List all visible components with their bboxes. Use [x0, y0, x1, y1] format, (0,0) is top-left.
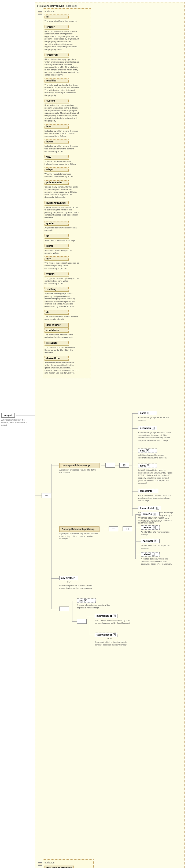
expand-icon[interactable]: +	[154, 490, 156, 492]
elem-definition: definition+	[138, 426, 157, 430]
root-element-desc: An important topic of the content; what …	[1, 419, 28, 427]
attr-desc: Why the metadata has been included - exp…	[44, 160, 79, 165]
elem-desc: An identifier of a concept with equivale…	[141, 517, 176, 522]
attributes-container-ranking: attributes grp: rankingAttributes rank I…	[43, 859, 93, 868]
extension-header: Flex1ConceptPropType (extension)	[37, 5, 182, 7]
choice-crg	[122, 526, 132, 531]
elem-narrower: narrower+	[141, 539, 159, 543]
conn	[72, 621, 77, 622]
sequence-compositor-main	[42, 493, 51, 498]
expand-icon[interactable]: +	[152, 427, 155, 429]
attr-creator: creator	[44, 25, 69, 30]
attr-custom: custom	[44, 99, 69, 103]
attr-desc: A free-text value assigned as property v…	[44, 249, 79, 254]
elem-desc: Additional natural language information …	[138, 454, 173, 459]
conn	[51, 464, 51, 609]
conn	[51, 578, 59, 579]
attr-pubconstrainturi: pubconstrainturi	[44, 201, 69, 206]
attr-desc: If the attribute is empty, specifies whi…	[44, 58, 79, 76]
attr-whyuri: whyuri	[44, 167, 69, 172]
attr-literal: literal	[44, 244, 69, 249]
conn	[136, 555, 141, 555]
attr-desc: The relevance of the metadata to the new…	[44, 346, 79, 354]
card-facet: 0..∞	[108, 638, 112, 640]
card-any-other: 0..∞	[67, 581, 71, 583]
compositor-crg1	[109, 526, 118, 531]
attr-why: why	[44, 155, 69, 160]
expand-icon[interactable]: +	[156, 507, 159, 509]
expand-icon[interactable]: +	[153, 526, 156, 529]
attr-desc: If the property value is not defined, sp…	[44, 30, 79, 51]
attr-desc: The local identifier of the property.	[44, 20, 79, 23]
elem-bag: bag+	[77, 598, 96, 603]
attributes-label: attributes	[44, 10, 89, 13]
expand-icon[interactable]: +	[154, 539, 157, 542]
sequence-bag	[59, 607, 69, 611]
elem-facet-concept: facetConcept+	[95, 632, 117, 637]
elem-any-other-desc: Extension point for provider-defined pro…	[59, 584, 94, 589]
attr-desc: The directionality of textual content (e…	[44, 315, 79, 320]
elem-main-concept: mainConcept+	[95, 614, 117, 618]
elem-desc: A natural language definition of the sem…	[138, 431, 173, 441]
elem-remoteinfo: remoteInfo+	[138, 489, 158, 493]
attr-desc: One or many constraints that apply to pu…	[44, 206, 79, 219]
attr-how: how	[44, 124, 69, 129]
attr-qcode: qcode	[44, 221, 69, 226]
attr-typeuri: typeuri	[44, 272, 69, 277]
conn	[69, 601, 77, 601]
expand-icon[interactable]: +	[113, 615, 116, 617]
attr-desc: Why the metadata has been included - exp…	[44, 173, 79, 178]
conn	[136, 541, 141, 541]
expand-icon[interactable]: +	[113, 633, 116, 636]
attr-howuri: howuri	[44, 140, 69, 144]
expand-icon[interactable]: +	[146, 449, 149, 452]
attr-desc: Indicates by which means the value was e…	[44, 130, 79, 137]
elem-desc: A link to an item or a web resource whic…	[138, 494, 173, 502]
elem-facet-concept-desc: A concept which is faceting another conc…	[95, 641, 135, 646]
elem-desc: An identifier of a more specific concept…	[141, 544, 176, 549]
attr-desc: One or many constraints that apply to pu…	[44, 186, 79, 198]
attr-desc: The type of the concept assigned as cont…	[44, 277, 79, 285]
attr-type: type	[44, 256, 69, 261]
attr-xml-lang: xml:lang	[44, 287, 69, 292]
attr-grp-other: grp: ##other	[44, 323, 69, 328]
elem-related: related+	[141, 552, 159, 557]
attributes-label-ranking: attributes	[44, 861, 92, 864]
elem-desc: An identifier of a more generic concept.	[141, 531, 176, 536]
attr-desc: A reference to the concept from which th…	[44, 362, 79, 374]
attr-id: id	[44, 14, 69, 19]
elem-broader: broader+	[141, 525, 159, 530]
conn	[90, 635, 95, 635]
conn	[136, 514, 141, 515]
compositor-cdg1	[105, 463, 115, 468]
choice-cdg	[119, 463, 129, 468]
expand-icon[interactable]: +	[147, 464, 149, 467]
expand-icon[interactable]: +	[153, 513, 156, 516]
conn	[132, 451, 138, 451]
conn	[136, 514, 136, 559]
conn	[132, 428, 138, 429]
attr-desc: Specifies the language of this property …	[44, 292, 79, 308]
attr-desc: A URI which identifies a concept.	[44, 239, 79, 242]
attr-relevance: relevance	[44, 341, 69, 346]
elem-sameas: sameAs+	[141, 512, 159, 516]
elem-note: note+	[138, 448, 157, 453]
attr-modified: modified	[44, 79, 69, 83]
expand-icon[interactable]: +	[148, 412, 150, 414]
elem-name: name+	[138, 411, 157, 415]
attr-dir: dir	[44, 310, 69, 315]
sequence-main-facet	[77, 619, 87, 624]
elem-any-other: any ##other	[59, 576, 78, 580]
elem-bag-desc: A group of existing concepts which expre…	[77, 604, 115, 609]
attr-desc: The confidence with which the metadata h…	[44, 334, 79, 339]
expand-icon[interactable]: +	[84, 599, 87, 602]
connector	[16, 415, 35, 415]
attr-desc: The type of the concept assigned as cont…	[44, 262, 79, 270]
elem-hierarchyinfo: hierarchyInfo+	[138, 506, 161, 510]
expand-icon[interactable]: +	[152, 553, 154, 556]
attr-confidence: confidence	[44, 328, 69, 333]
conn	[51, 609, 59, 609]
attributes-container-top: attributes idThe local identifier of the…	[43, 8, 91, 378]
elem-desc: A natural language name for the concept.	[138, 416, 173, 422]
attr-derivedfrom: derivedfrom	[44, 356, 69, 361]
